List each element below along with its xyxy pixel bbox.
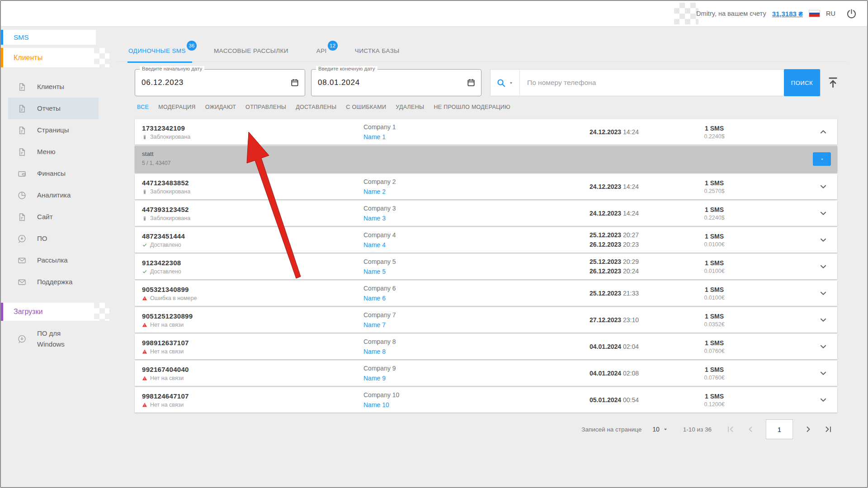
export-upload-icon[interactable] xyxy=(826,76,840,89)
check-status-icon xyxy=(142,242,147,248)
per-page-select[interactable]: 10 xyxy=(652,426,669,433)
table-row[interactable]: 905321340899 Ошибка в номере Company 6 N… xyxy=(135,281,837,306)
phone-number: 9123422308 xyxy=(142,259,363,267)
envelope-icon xyxy=(17,277,27,287)
sender-name-link[interactable]: Name 4 xyxy=(363,241,386,249)
envelope-icon xyxy=(17,256,27,265)
sidebar-item[interactable]: Поддержка xyxy=(8,271,99,293)
sidebar-item[interactable]: ПО для Windows xyxy=(8,328,99,350)
status-filter-chip[interactable]: С ОШИБКАМИ xyxy=(346,104,386,110)
next-page-button[interactable] xyxy=(804,425,813,434)
sender-name-link[interactable]: Name 1 xyxy=(363,133,386,141)
sender-name-link[interactable]: Name 6 xyxy=(363,295,386,302)
phone-number: 9051251230899 xyxy=(142,312,363,320)
calendar-icon[interactable] xyxy=(467,78,476,87)
status-filter-chip[interactable]: ВСЕ xyxy=(137,104,149,110)
logout-power-icon[interactable] xyxy=(846,8,857,19)
sender-name-link[interactable]: Name 2 xyxy=(363,188,386,195)
sidebar-item[interactable]: Страницы xyxy=(8,119,99,141)
sidebar-section-label: Клиенты xyxy=(14,54,42,62)
status-label: Заблокирована xyxy=(150,134,190,140)
status-filter-chip[interactable]: УДАЛЕНЫ xyxy=(396,104,424,110)
page-number-box[interactable]: 1 xyxy=(766,419,793,439)
tab[interactable]: ОДИНОЧНЫЕ SMS 36 xyxy=(127,40,192,63)
expand-row-icon[interactable] xyxy=(818,288,828,298)
sender-name-link[interactable]: Name 10 xyxy=(363,401,389,408)
prev-page-button[interactable] xyxy=(746,425,755,434)
messages-table: 17312342109 Заблокирована Company 1 Name… xyxy=(135,119,837,414)
status-label: Нет на связи xyxy=(150,348,184,355)
ru-flag-icon[interactable] xyxy=(809,10,820,17)
sidebar-item[interactable]: Меню xyxy=(8,141,99,163)
sms-count: 1 SMS xyxy=(674,233,755,240)
sender-name-link[interactable]: Name 9 xyxy=(363,375,386,382)
sender-name-link[interactable]: Name 7 xyxy=(363,321,386,328)
message-date: 24.12.2023 xyxy=(590,183,621,190)
table-row[interactable]: 48723451444 Доставлено Company 4 Name 4 … xyxy=(135,227,837,253)
search-button[interactable]: ПОИСК xyxy=(784,69,820,96)
sidebar-item[interactable]: Сайт xyxy=(8,206,99,228)
date-from-label: Введите начальную дату xyxy=(140,66,204,71)
expand-row-icon[interactable] xyxy=(818,342,828,352)
sms-price: 0.0100€ xyxy=(674,268,755,274)
search-input[interactable] xyxy=(520,79,784,87)
caret-down-icon xyxy=(662,426,669,432)
table-row[interactable]: 447123483852 Заблокирована Company 2 Nam… xyxy=(135,174,837,199)
trash-status-icon xyxy=(142,189,147,194)
table-row[interactable]: 998124647107 Нет на связи Company 10 Nam… xyxy=(135,387,837,413)
sidebar-item[interactable]: Рассылка xyxy=(8,249,99,271)
last-page-button[interactable] xyxy=(824,425,833,434)
table-row[interactable]: 9051251230899 Нет на связи Company 7 Nam… xyxy=(135,307,837,333)
sidebar-section-downloads[interactable]: Загрузки xyxy=(1,303,94,321)
table-row[interactable]: 992167404040 Нет на связи Company 9 Name… xyxy=(135,361,837,386)
status-filter-chip[interactable]: ДОСТАВЛЕНЫ xyxy=(296,104,336,110)
date-from-field[interactable]: Введите начальную дату 06.12.2023 xyxy=(135,69,305,96)
sidebar-section-sms[interactable]: SMS xyxy=(1,30,96,45)
status-filter-chip[interactable]: ОЖИДАЮТ xyxy=(205,104,236,110)
table-row[interactable]: 9123422308 Доставлено Company 5 Name 5 2… xyxy=(135,254,837,279)
sidebar-section-clients[interactable]: Клиенты xyxy=(1,48,94,67)
date-cell: 25.12.2023 21:33 xyxy=(590,289,674,298)
expand-row-icon[interactable] xyxy=(818,368,828,378)
sidebar-item[interactable]: Клиенты xyxy=(8,76,99,98)
table-row[interactable]: 998912637107 Нет на связи Company 8 Name… xyxy=(135,334,837,359)
trash-status-icon xyxy=(142,216,147,221)
sender-name-link[interactable]: Name 5 xyxy=(363,268,386,275)
phone-number: 992167404040 xyxy=(142,366,363,373)
expand-row-icon[interactable] xyxy=(818,315,828,325)
date-to-field[interactable]: Введите конечную дату 08.01.2024 xyxy=(311,69,481,96)
search-type-dropdown[interactable] xyxy=(491,70,519,96)
company-label: Company 7 xyxy=(363,311,590,319)
sidebar-item[interactable]: ПО xyxy=(8,228,99,249)
expand-detail-button[interactable] xyxy=(813,152,831,166)
collapse-row-icon[interactable] xyxy=(818,127,828,137)
status-label: Нет на связи xyxy=(150,375,184,381)
tab-badge: 12 xyxy=(328,41,338,51)
sender-name-link[interactable]: Name 3 xyxy=(363,215,386,222)
expand-row-icon[interactable] xyxy=(818,182,828,192)
sidebar-item[interactable]: Аналитика xyxy=(8,184,99,206)
language-selector[interactable]: RU xyxy=(826,10,835,17)
first-page-button[interactable] xyxy=(726,425,735,434)
expand-row-icon[interactable] xyxy=(818,235,828,245)
table-row[interactable]: 17312342109 Заблокирована Company 1 Name… xyxy=(135,119,837,145)
company-label: Company 5 xyxy=(363,258,590,265)
sms-count: 1 SMS xyxy=(674,393,755,400)
tab[interactable]: МАССОВЫЕ РАССЫЛКИ xyxy=(213,40,295,61)
expand-row-icon[interactable] xyxy=(818,208,828,218)
table-row[interactable]: 447393123452 Заблокирована Company 3 Nam… xyxy=(135,201,837,226)
sidebar-item[interactable]: Отчеты xyxy=(8,98,99,119)
sender-name-link[interactable]: Name 8 xyxy=(363,348,386,355)
status-filter-chip[interactable]: НЕ ПРОШЛО МОДЕРАЦИЮ xyxy=(434,104,510,110)
sidebar-item-label: Меню xyxy=(37,146,84,157)
expand-row-icon[interactable] xyxy=(818,262,828,272)
status-filter-chip[interactable]: ОТПРАВЛЕНЫ xyxy=(245,104,286,110)
expand-row-icon[interactable] xyxy=(818,395,828,405)
tab[interactable]: API 12 xyxy=(316,40,333,61)
sidebar-item[interactable]: Финансы xyxy=(8,163,99,184)
balance-link[interactable]: 31,3183 ₴ xyxy=(772,10,803,18)
calendar-icon[interactable] xyxy=(290,78,299,87)
tab[interactable]: ЧИСТКА БАЗЫ xyxy=(354,40,406,61)
sidebar-item-label: Страницы xyxy=(37,125,84,136)
status-filter-chip[interactable]: МОДЕРАЦИЯ xyxy=(158,104,195,110)
